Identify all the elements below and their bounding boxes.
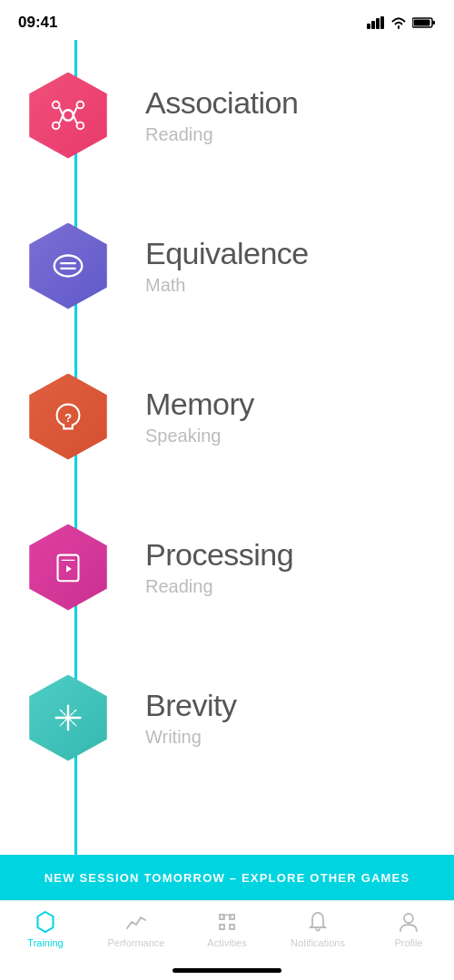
svg-line-13	[74, 107, 77, 115]
svg-rect-1	[371, 21, 375, 29]
svg-point-8	[53, 102, 60, 109]
training-icon	[34, 910, 57, 934]
svg-rect-3	[380, 16, 384, 29]
item-text-brevity: Brevity Writing	[145, 688, 236, 748]
svg-rect-5	[432, 21, 435, 24]
item-subtitle-memory: Speaking	[145, 426, 254, 446]
tab-training[interactable]: Training	[0, 910, 91, 948]
hex-wrapper-equivalence	[18, 216, 118, 316]
item-subtitle-processing: Reading	[145, 576, 293, 597]
svg-point-11	[77, 122, 84, 130]
hex-wrapper-brevity	[18, 668, 118, 768]
svg-point-9	[77, 102, 84, 109]
hex-wrapper-memory: ?	[18, 367, 118, 466]
status-bar: 09:41	[0, 0, 454, 40]
item-title-memory: Memory	[145, 387, 254, 422]
battery-icon	[412, 16, 436, 29]
status-icons	[367, 16, 436, 29]
profile-icon	[397, 910, 420, 934]
tab-profile[interactable]: Profile	[363, 910, 454, 948]
item-title-processing: Processing	[145, 537, 293, 573]
training-item-brevity[interactable]: Brevity Writing	[0, 642, 454, 793]
svg-point-26	[404, 914, 413, 923]
svg-line-12	[59, 107, 63, 115]
item-text-association: Association Reading	[145, 85, 298, 145]
status-time: 09:41	[18, 14, 57, 32]
svg-point-16	[54, 256, 83, 277]
hex-icon-equivalence	[25, 223, 112, 309]
home-indicator	[173, 968, 281, 973]
tab-notifications[interactable]: Notifications	[272, 910, 363, 948]
signal-icon	[367, 16, 385, 29]
tab-performance-label: Performance	[108, 937, 165, 948]
training-item-processing[interactable]: Processing Reading	[0, 492, 454, 642]
svg-text:?: ?	[64, 411, 72, 425]
hex-icon-memory: ?	[25, 374, 112, 460]
hex-wrapper-association	[18, 65, 118, 165]
session-banner[interactable]: NEW SESSION TOMORROW – EXPLORE OTHER GAM…	[0, 855, 454, 900]
tab-performance[interactable]: Performance	[91, 910, 182, 948]
item-subtitle-equivalence: Math	[145, 275, 309, 296]
item-text-memory: Memory Speaking	[145, 387, 254, 446]
tab-activities-label: Activities	[207, 937, 246, 948]
training-list: Association Reading Equivalence Math	[0, 40, 454, 793]
svg-rect-0	[367, 24, 370, 29]
session-banner-text: NEW SESSION TOMORROW – EXPLORE OTHER GAM…	[44, 871, 410, 885]
item-text-processing: Processing Reading	[145, 537, 293, 597]
svg-point-7	[63, 110, 73, 120]
hex-icon-association	[25, 73, 112, 159]
svg-rect-2	[376, 18, 380, 29]
wifi-icon	[390, 16, 407, 29]
training-item-equivalence[interactable]: Equivalence Math	[0, 191, 454, 341]
tab-notifications-label: Notifications	[291, 937, 345, 948]
performance-icon	[124, 910, 148, 934]
svg-line-14	[59, 115, 63, 123]
tab-activities[interactable]: Activities	[182, 910, 272, 948]
hex-icon-brevity	[25, 675, 112, 761]
item-text-equivalence: Equivalence Math	[145, 236, 309, 296]
tab-profile-label: Profile	[394, 937, 422, 948]
svg-rect-6	[414, 19, 430, 25]
item-subtitle-association: Reading	[145, 124, 298, 145]
activities-icon	[215, 910, 239, 934]
hex-icon-processing	[25, 524, 112, 611]
tab-training-label: Training	[27, 937, 63, 948]
item-title-association: Association	[145, 85, 298, 121]
svg-line-15	[74, 115, 77, 123]
training-item-association[interactable]: Association Reading	[0, 40, 454, 191]
main-content: Association Reading Equivalence Math	[0, 40, 454, 855]
hex-wrapper-processing	[18, 517, 118, 617]
svg-point-10	[53, 122, 60, 130]
item-title-brevity: Brevity	[145, 688, 236, 723]
item-title-equivalence: Equivalence	[145, 236, 309, 271]
training-item-memory[interactable]: ? Memory Speaking	[0, 341, 454, 492]
notifications-icon	[306, 910, 330, 934]
item-subtitle-brevity: Writing	[145, 727, 236, 748]
